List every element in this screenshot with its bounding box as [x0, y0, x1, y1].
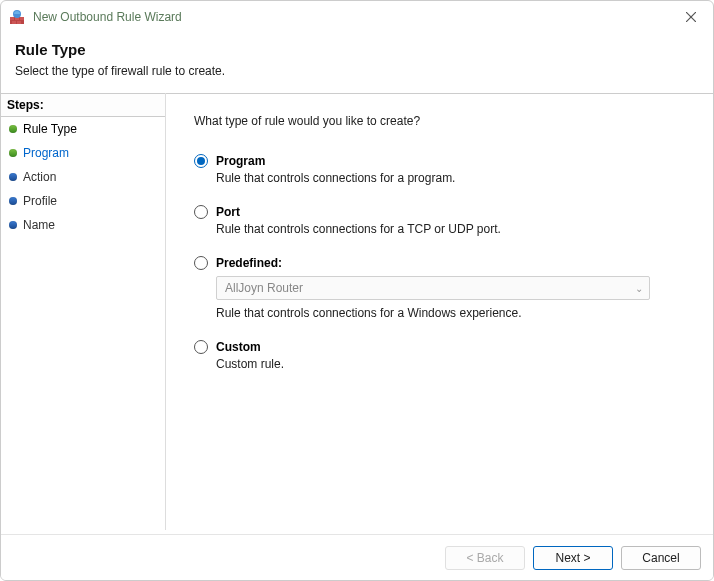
next-button[interactable]: Next >: [533, 546, 613, 570]
cancel-button[interactable]: Cancel: [621, 546, 701, 570]
step-profile[interactable]: Profile: [1, 189, 165, 213]
option-predefined: Predefined: AllJoyn Router ⌄ Rule that c…: [194, 256, 685, 320]
bullet-icon: [9, 125, 17, 133]
radio-program[interactable]: [194, 154, 208, 168]
option-port: Port Rule that controls connections for …: [194, 205, 685, 236]
close-icon: [686, 12, 696, 22]
wizard-footer: < Back Next > Cancel: [1, 534, 713, 580]
option-program-desc: Rule that controls connections for a pro…: [216, 171, 685, 185]
option-custom-row[interactable]: Custom: [194, 340, 685, 354]
option-port-title: Port: [216, 205, 240, 219]
step-label: Action: [23, 170, 56, 184]
step-name[interactable]: Name: [1, 213, 165, 237]
option-port-row[interactable]: Port: [194, 205, 685, 219]
step-action[interactable]: Action: [1, 165, 165, 189]
bullet-icon: [9, 221, 17, 229]
close-button[interactable]: [677, 3, 705, 31]
option-predefined-row[interactable]: Predefined:: [194, 256, 685, 270]
chevron-down-icon: ⌄: [635, 283, 643, 294]
radio-predefined[interactable]: [194, 256, 208, 270]
content-row: Steps: Rule Type Program Action Profile …: [1, 92, 713, 530]
steps-sidebar: Steps: Rule Type Program Action Profile …: [1, 93, 166, 530]
step-label: Name: [23, 218, 55, 232]
wizard-header: Rule Type Select the type of firewall ru…: [1, 33, 713, 92]
predefined-select: AllJoyn Router ⌄: [216, 276, 650, 300]
page-subtitle: Select the type of firewall rule to crea…: [15, 64, 699, 78]
svg-rect-4: [12, 21, 16, 24]
radio-custom[interactable]: [194, 340, 208, 354]
prompt-text: What type of rule would you like to crea…: [194, 114, 685, 128]
svg-rect-5: [17, 21, 21, 24]
option-predefined-title: Predefined:: [216, 256, 282, 270]
step-program[interactable]: Program: [1, 141, 165, 165]
svg-rect-1: [10, 17, 14, 20]
step-rule-type[interactable]: Rule Type: [1, 117, 165, 141]
option-program: Program Rule that controls connections f…: [194, 154, 685, 185]
option-program-title: Program: [216, 154, 265, 168]
titlebar: New Outbound Rule Wizard: [1, 1, 713, 33]
option-custom-desc: Custom rule.: [216, 357, 685, 371]
firewall-icon: [9, 9, 25, 25]
main-panel: What type of rule would you like to crea…: [166, 93, 713, 530]
bullet-icon: [9, 197, 17, 205]
step-label: Rule Type: [23, 122, 77, 136]
step-label: Program: [23, 146, 69, 160]
option-custom-title: Custom: [216, 340, 261, 354]
option-predefined-desc: Rule that controls connections for a Win…: [216, 306, 685, 320]
svg-rect-3: [20, 17, 24, 20]
option-custom: Custom Custom rule.: [194, 340, 685, 371]
predefined-selected-value: AllJoyn Router: [225, 281, 303, 295]
step-label: Profile: [23, 194, 57, 208]
option-program-row[interactable]: Program: [194, 154, 685, 168]
page-title: Rule Type: [15, 41, 699, 58]
bullet-icon: [9, 173, 17, 181]
steps-header: Steps:: [1, 93, 165, 117]
back-button: < Back: [445, 546, 525, 570]
option-port-desc: Rule that controls connections for a TCP…: [216, 222, 685, 236]
radio-port[interactable]: [194, 205, 208, 219]
window-title: New Outbound Rule Wizard: [33, 10, 677, 24]
bullet-icon: [9, 149, 17, 157]
